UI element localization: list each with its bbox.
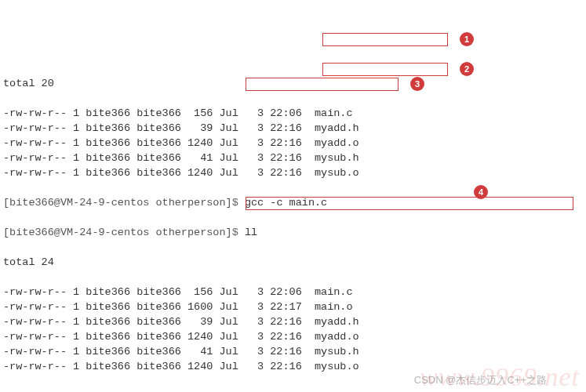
- ls-name: mysub.h: [315, 152, 359, 164]
- total-line: total 24: [3, 255, 583, 270]
- ls-name: main.c: [315, 107, 353, 119]
- prompt-line-3: [bite366@VM-24-9-centos otherperson]$ gc…: [3, 389, 583, 392]
- ls-row: -rw-rw-r-- 1 bite366 bite366 39 Jul 3 22…: [3, 121, 583, 136]
- ls-name: myadd.o: [315, 137, 359, 149]
- ls-row: -rw-rw-r-- 1 bite366 bite366 1240 Jul 3 …: [3, 136, 583, 151]
- ls-row: -rw-rw-r-- 1 bite366 bite366 156 Jul 3 2…: [3, 285, 583, 299]
- ls-row: -rw-rw-r-- 1 bite366 bite366 156 Jul 3 2…: [3, 106, 583, 121]
- ls-row: -rw-rw-r-- 1 bite366 bite366 1240 Jul 3 …: [3, 329, 583, 344]
- highlight-box-myadd-o: [322, 33, 448, 46]
- ls-name: myadd.h: [315, 316, 359, 328]
- ls-name: mysub.h: [315, 346, 359, 358]
- prompt-user-host: [bite366@VM-24-9-centos otherperson]: [3, 197, 232, 209]
- ls-name: mysub.o: [315, 167, 359, 179]
- prompt-dollar: $: [232, 197, 238, 209]
- prompt-line-2: [bite366@VM-24-9-centos otherperson]$ ll: [3, 225, 583, 240]
- callout-1: 1: [460, 32, 474, 46]
- ls-name: myadd.h: [315, 122, 359, 134]
- ls-row: -rw-rw-r-- 1 bite366 bite366 1240 Jul 3 …: [3, 165, 583, 180]
- ls-name: main.o: [315, 301, 353, 313]
- prompt-user-host: [bite366@VM-24-9-centos otherperson]: [3, 227, 232, 238]
- prompt-dollar: $: [232, 227, 238, 238]
- ls-name: main.c: [315, 286, 353, 298]
- ls-row: -rw-rw-r-- 1 bite366 bite366 39 Jul 3 22…: [3, 314, 583, 329]
- total-line: total 20: [3, 76, 583, 91]
- terminal[interactable]: total 20 -rw-rw-r-- 1 bite366 bite366 15…: [0, 60, 586, 392]
- ls-name: myadd.o: [315, 331, 359, 343]
- ls-row: -rw-rw-r-- 1 bite366 bite366 41 Jul 3 22…: [3, 151, 583, 165]
- prompt-line-1: [bite366@VM-24-9-centos otherperson]$ gc…: [3, 195, 583, 210]
- ls-name: mysub.o: [315, 361, 359, 372]
- command-ll: ll: [245, 227, 257, 238]
- command-gcc-c: gcc -c main.c: [245, 197, 327, 209]
- ls-row: -rw-rw-r-- 1 bite366 bite366 1600 Jul 3 …: [3, 299, 583, 314]
- ls-row: -rw-rw-r-- 1 bite366 bite366 1240 Jul 3 …: [3, 359, 583, 374]
- ls-row: -rw-rw-r-- 1 bite366 bite366 41 Jul 3 22…: [3, 344, 583, 359]
